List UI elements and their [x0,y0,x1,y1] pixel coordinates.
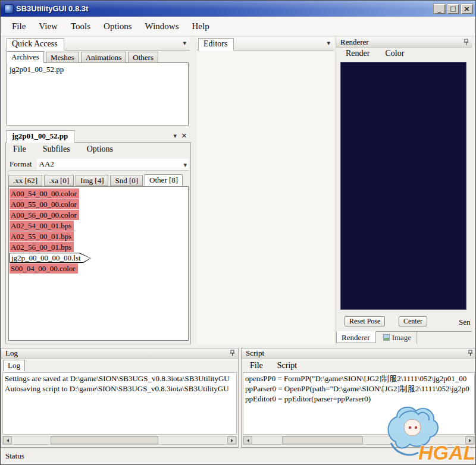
scroll-track[interactable] [12,436,227,444]
app-window: SB3UtilityGUI 0.8.3t _ □ × File View Too… [0,0,476,465]
renderer-header: Renderer [336,37,472,48]
close-icon[interactable]: × [181,131,187,140]
window-title: SB3UtilityGUI 0.8.3t [16,4,432,13]
archive-file-item[interactable]: jg2p01_00_52.pp [7,63,188,74]
menu-windows[interactable]: Windows [139,19,186,34]
pp-editor-panel: File Subfiles Options Format AA2 ▾ .xx [… [5,143,191,344]
menu-view[interactable]: View [32,19,64,34]
render-menu[interactable]: Render [346,49,369,58]
menu-help[interactable]: Help [185,19,215,34]
scroll-thumb[interactable] [282,436,363,444]
tab-log[interactable]: Log [3,360,25,372]
log-header: Log [1,348,238,359]
tab-img[interactable]: Img [4] [76,175,108,186]
tab-archives[interactable]: Archives [7,51,44,63]
script-menu-script[interactable]: Script [277,361,297,370]
menubar: File View Tools Options Windows Help [1,17,475,36]
tab-meshes[interactable]: Meshes [46,52,79,63]
scroll-right-button[interactable] [465,436,474,444]
chevron-down-icon[interactable]: ▾ [327,39,330,47]
format-value: AA2 [39,159,54,168]
maximize-button[interactable]: □ [447,4,459,14]
script-output: opensPP0 = FormPP("D:\game\SION\[JG2]制服2… [243,372,475,435]
script-menubar: File Script [250,361,297,370]
editors-body [197,51,334,344]
tab-xa[interactable]: .xa [0] [44,175,74,186]
chevron-down-icon[interactable]: ▾ [173,132,177,140]
pp-menubar: File Subfiles Options [13,144,113,154]
menu-options[interactable]: Options [97,19,139,34]
script-header: Script [242,348,476,359]
render-viewport[interactable] [340,62,466,310]
tab-others[interactable]: Others [128,52,158,63]
reset-pose-button[interactable]: Reset Pose [345,316,385,326]
chevron-down-icon[interactable]: ▾ [183,161,187,169]
script-line: ppEditor0 = ppEditor(parser=ppParser0) [245,394,472,404]
scroll-track[interactable] [252,436,465,444]
subfile-item[interactable]: A02_56_00_01.bps [9,242,188,253]
renderer-panel: Renderer Render Color Reset Pose Center … [336,37,472,345]
editors-header: Editors ▾ [197,37,334,51]
subfile-item[interactable]: A00_56_00_00.color [9,210,188,221]
log-tabs: Log [3,360,24,372]
script-hscrollbar[interactable] [243,436,475,445]
subfile-item-dragging[interactable]: jg2p_00_00_00_00.lst [9,253,188,263]
pin-icon[interactable] [229,350,236,357]
scroll-left-button[interactable] [3,436,12,444]
quick-access-header: Quick Access ▾ [5,37,190,51]
tab-animations[interactable]: Animations [81,52,127,63]
menu-tools[interactable]: Tools [64,19,97,34]
subfile-item[interactable]: A02_54_00_01.bps [9,221,188,231]
minimize-button[interactable]: _ [433,4,446,14]
truncated-label: Sen [459,318,472,327]
tab-renderer[interactable]: Renderer [336,331,376,343]
pin-icon[interactable] [467,350,474,357]
pp-menu-subfiles[interactable]: Subfiles [43,144,70,154]
renderer-menubar: Render Color [346,49,404,58]
titlebar: SB3UtilityGUI 0.8.3t _ □ × [1,1,475,17]
pp-document-tab[interactable]: jg2p01_00_52.pp [7,130,74,143]
subfile-item[interactable]: S00_04_00_00.color [9,263,188,274]
scroll-thumb[interactable] [51,436,158,444]
log-title: Log [5,348,18,358]
pp-menu-options[interactable]: Options [87,144,113,154]
center-button[interactable]: Center [399,316,427,326]
status-text: Status [5,451,24,460]
log-output: Settings are saved at D:\game\SION\SB3UG… [2,372,237,435]
log-panel: Log Log Settings are saved at D:\game\SI… [1,348,239,448]
close-button[interactable]: × [461,4,473,14]
script-line: ppParser0 = OpenPP(path="D:\game\SION\[J… [245,384,472,394]
log-hscrollbar[interactable] [2,436,237,445]
format-row: Format AA2 ▾ [8,158,189,171]
subfile-item[interactable]: A00_55_00_00.color [9,199,188,210]
archive-tabs: Archives Meshes Animations Others [7,51,158,63]
subfile-item[interactable]: A00_54_00_00.color [9,188,188,199]
status-bar: Status [1,448,475,465]
format-label: Format [8,159,32,169]
pin-icon[interactable] [463,39,469,46]
script-title: Script [246,348,264,358]
script-line: opensPP0 = FormPP("D:\game\SION\[JG2]制服2… [245,373,472,384]
renderer-bottom-tabs: Renderer Image [336,331,472,344]
tab-xx[interactable]: .xx [62] [8,175,42,186]
color-menu[interactable]: Color [385,49,404,58]
tab-other[interactable]: Other [8] [145,174,183,186]
tab-image[interactable]: Image [378,332,417,344]
log-line: Autosaving script to D:\game\SION\SB3UGS… [5,384,234,394]
script-menu-file[interactable]: File [250,361,263,370]
tab-snd[interactable]: Snd [0] [110,175,143,186]
scroll-right-button[interactable] [227,436,236,444]
subfile-item[interactable]: A02_55_00_01.bps [9,231,188,242]
archive-file-list: jg2p01_00_52.pp [7,62,189,125]
pp-menu-file[interactable]: File [13,144,26,154]
menu-file[interactable]: File [5,19,32,34]
client-area: Quick Access ▾ Archives Meshes Animation… [1,36,475,448]
editors-tab[interactable]: Editors [198,38,234,51]
quick-access-tab[interactable]: Quick Access [7,38,64,51]
chevron-down-icon[interactable]: ▾ [183,39,186,47]
app-icon [4,4,14,14]
scroll-left-button[interactable] [243,436,252,444]
pp-document-header: jg2p01_00_52.pp ▾ × [5,130,191,143]
format-combobox[interactable]: AA2 ▾ [37,159,189,170]
renderer-title: Renderer [340,37,369,47]
